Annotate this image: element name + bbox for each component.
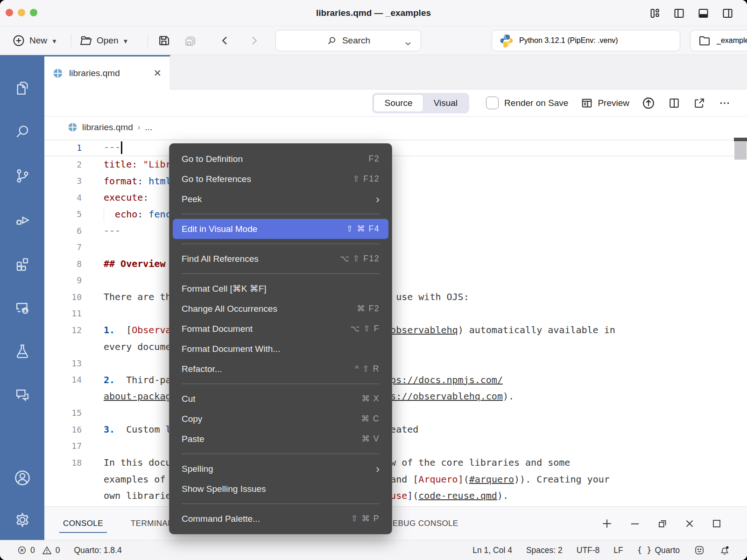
toggle-secondary-sidebar-icon[interactable]	[721, 7, 734, 20]
panel-add-icon[interactable]	[600, 517, 613, 530]
menu-item-change-all-occurrences[interactable]: Change All Occurrences⌘ F2	[169, 299, 392, 319]
code-line[interactable]: 3format: html	[44, 173, 747, 189]
code-line[interactable]: own libraries is covered in the article …	[44, 488, 747, 504]
menu-item-format-document-with[interactable]: Format Document With...	[169, 339, 392, 359]
menu-item-copy[interactable]: Copy⌘ C	[169, 409, 392, 429]
code-line[interactable]: 10There are three types of libraries you…	[44, 289, 747, 306]
encoding-status[interactable]: UTF-8	[577, 546, 600, 555]
code-line[interactable]: 2title: "Libraries"	[44, 156, 747, 173]
account-icon[interactable]	[0, 456, 44, 500]
code-line[interactable]: 6---	[44, 223, 747, 239]
cursor-position-status[interactable]: Ln 1, Col 4	[472, 546, 512, 555]
code-line[interactable]: 15	[44, 405, 747, 421]
settings-gear-icon[interactable]	[0, 500, 44, 540]
render-on-save-toggle[interactable]: Render on Save	[486, 97, 568, 109]
breadcrumb[interactable]: libraries.qmd › ...	[44, 117, 747, 138]
code-line[interactable]: 1---	[44, 140, 747, 156]
tab-close-icon[interactable]: ✕	[153, 68, 162, 78]
remote-explorer-icon[interactable]	[0, 286, 44, 329]
code-line[interactable]: 13	[44, 355, 747, 372]
menu-item-edit-in-visual-mode[interactable]: Edit in Visual Mode⇧ ⌘ F4	[173, 219, 388, 239]
testing-icon[interactable]	[0, 329, 44, 373]
menu-item-spelling[interactable]: Spelling›	[169, 459, 392, 479]
more-actions-icon[interactable]	[718, 97, 731, 110]
preview-button[interactable]: Preview	[580, 97, 629, 110]
code-line[interactable]: 121. [Observable core libraries](https:/…	[44, 322, 747, 339]
panel-tab-debug-console[interactable]: DEBUG CONSOLE	[386, 507, 459, 540]
quarto-version-status[interactable]: Quarto: 1.8.4	[74, 546, 121, 555]
notifications-bell-icon[interactable]	[719, 545, 730, 556]
language-mode-status[interactable]: { } Quarto	[637, 546, 680, 555]
customize-layout-icon[interactable]	[648, 7, 661, 20]
panel-restore-icon[interactable]	[656, 518, 669, 530]
code-line[interactable]: every document.	[44, 338, 747, 355]
interpreter-selector[interactable]: Python 3.12.1 (PipEnv: .venv)	[492, 30, 680, 51]
indentation-status[interactable]: Spaces: 2	[526, 546, 563, 555]
search-input[interactable]: Search	[275, 30, 421, 51]
navigate-forward-button[interactable]	[247, 26, 261, 55]
problems-indicator[interactable]: 0	[17, 545, 35, 555]
explorer-icon[interactable]	[0, 66, 44, 110]
top-toolbar: New ▼ Open ▼ Search	[0, 26, 747, 55]
menu-item-peek[interactable]: Peek›	[169, 189, 392, 209]
code-line[interactable]: 17	[44, 438, 747, 455]
menu-item-format-document[interactable]: Format Document⌥ ⇧ F	[169, 319, 392, 339]
code-line[interactable]: 9	[44, 272, 747, 289]
open-in-new-window-icon[interactable]	[693, 97, 706, 110]
project-selector[interactable]: _examples	[690, 30, 747, 51]
render-button[interactable]	[641, 96, 655, 110]
search-chevron-icon[interactable]	[403, 38, 413, 49]
eol-status[interactable]: LF	[613, 546, 623, 555]
code-line[interactable]: 142. Third-party JavaScript libraries fr…	[44, 371, 747, 388]
panel-close-icon[interactable]	[684, 518, 696, 530]
code-line[interactable]: 4execute:	[44, 189, 747, 206]
status-bar: 0 0 Quarto: 1.8.4 Ln 1, Col 4 Spaces: 2 …	[0, 540, 747, 560]
comments-icon[interactable]	[0, 373, 44, 417]
code-line[interactable]: 163. Custom libraries you or your collea…	[44, 421, 747, 438]
open-button[interactable]: Open ▼	[79, 26, 128, 55]
extensions-icon[interactable]	[0, 242, 44, 286]
code-line[interactable]: about-packages-and-modules) and [Observa…	[44, 388, 747, 405]
code-line[interactable]: 18In this document we'll provide a high-…	[44, 455, 747, 471]
tab-libraries-qmd[interactable]: libraries.qmd ✕	[44, 55, 170, 90]
code-line[interactable]: 11	[44, 305, 747, 322]
menu-item-refactor[interactable]: Refactor...^ ⇧ R	[169, 359, 392, 379]
render-on-save-checkbox[interactable]	[486, 97, 499, 109]
mode-source-button[interactable]: Source	[374, 94, 423, 112]
menu-item-find-all-references[interactable]: Find All References⌥ ⇧ F12	[169, 249, 392, 269]
search-sidebar-icon[interactable]	[0, 110, 44, 154]
code-line[interactable]: 8## Overview	[44, 256, 747, 273]
save-all-button[interactable]	[183, 26, 197, 55]
split-editor-icon[interactable]	[668, 97, 681, 110]
code-line[interactable]: 5 echo: fenced	[44, 206, 747, 223]
panel-tab-console[interactable]: CONSOLE	[62, 507, 104, 540]
feedback-smiley-icon[interactable]	[694, 545, 705, 556]
scrollbar-thumb[interactable]	[734, 142, 747, 160]
navigate-back-button[interactable]	[218, 26, 232, 55]
save-button[interactable]	[157, 26, 171, 55]
menu-item-paste[interactable]: Paste⌘ V	[169, 429, 392, 449]
source-control-icon[interactable]	[0, 154, 44, 198]
code-line[interactable]: 7	[44, 239, 747, 256]
mode-visual-button[interactable]: Visual	[423, 94, 468, 112]
menu-item-go-to-references[interactable]: Go to References⇧ F12	[169, 169, 392, 189]
menu-item-show-spelling-issues[interactable]: Show Spelling Issues	[169, 479, 392, 499]
panel-minimize-icon[interactable]	[628, 517, 641, 530]
app-window: libraries.qmd — _examples New ▼ Open	[0, 0, 747, 560]
new-button[interactable]: New ▼	[12, 26, 57, 55]
run-and-debug-icon[interactable]	[0, 198, 44, 242]
menu-item-go-to-definition[interactable]: Go to DefinitionF2	[169, 149, 392, 169]
panel-tab-terminal[interactable]: TERMINAL	[130, 507, 173, 540]
toggle-panel-icon[interactable]	[697, 7, 710, 20]
toggle-primary-sidebar-icon[interactable]	[673, 7, 685, 20]
panel-maximize-icon[interactable]	[711, 518, 723, 530]
breadcrumb-more[interactable]: ...	[145, 122, 152, 133]
menu-item-cut[interactable]: Cut⌘ X	[169, 389, 392, 409]
breadcrumb-file[interactable]: libraries.qmd	[82, 122, 133, 133]
menu-item-format-cell[interactable]: Format Cell [⌘K ⌘F]	[169, 279, 392, 299]
menu-item-command-palette[interactable]: Command Palette...⇧ ⌘ P	[169, 509, 392, 529]
warnings-indicator[interactable]: 0	[42, 545, 60, 556]
code-line[interactable]: examples of using third-party libraries …	[44, 471, 747, 488]
code-editor[interactable]: 1---2title: "Libraries"3format: html4exe…	[44, 138, 747, 506]
mode-toggle: Source Visual	[372, 93, 469, 113]
